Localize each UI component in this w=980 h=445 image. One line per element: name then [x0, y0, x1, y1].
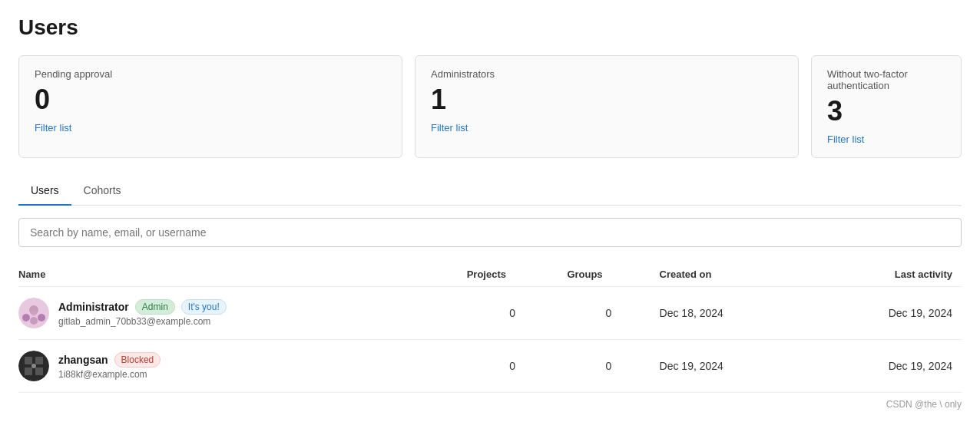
col-header-name: Name — [18, 262, 467, 287]
user-name: Administrator — [58, 301, 129, 313]
svg-point-3 — [38, 314, 45, 321]
user-created: Dec 18, 2024 — [660, 286, 811, 339]
stat-label-2fa: Without two-factor authentication — [827, 68, 945, 91]
svg-point-11 — [31, 364, 36, 368]
svg-point-4 — [30, 317, 38, 325]
stat-value-admins: 1 — [431, 84, 783, 115]
badge: It's you! — [181, 299, 227, 315]
col-header-created: Created on — [660, 262, 811, 287]
col-header-projects: Projects — [467, 262, 568, 287]
stat-value-pending: 0 — [35, 84, 386, 115]
badge: Blocked — [114, 352, 161, 368]
col-header-groups: Groups — [567, 262, 659, 287]
user-cell: Administrator AdminIt's you! gitlab_admi… — [18, 286, 467, 339]
tabs: Users Cohorts — [18, 176, 962, 206]
filter-link-admins[interactable]: Filter list — [431, 122, 468, 134]
user-info: Administrator AdminIt's you! gitlab_admi… — [58, 299, 227, 327]
svg-point-2 — [22, 314, 30, 321]
user-groups: 0 — [567, 339, 659, 392]
stat-card-admins: Administrators 1 Filter list — [415, 55, 799, 158]
tab-cohorts[interactable]: Cohorts — [71, 176, 134, 206]
user-created: Dec 19, 2024 — [660, 339, 811, 392]
stat-card-2fa: Without two-factor authentication 3 Filt… — [811, 55, 962, 158]
user-last-activity: Dec 19, 2024 — [810, 339, 962, 392]
stat-value-2fa: 3 — [827, 96, 945, 127]
col-header-activity: Last activity — [810, 262, 962, 287]
avatar — [18, 298, 49, 328]
user-info: zhangsan Blocked 1i88kf@example.com — [58, 352, 161, 380]
stat-label-pending: Pending approval — [35, 68, 386, 80]
svg-rect-8 — [35, 357, 43, 364]
user-email: gitlab_admin_70bb33@example.com — [58, 316, 227, 327]
svg-rect-9 — [25, 368, 32, 375]
page-title: Users — [18, 15, 962, 40]
badge: Admin — [135, 299, 175, 315]
watermark: CSDN @the \ only — [18, 393, 962, 410]
filter-link-pending[interactable]: Filter list — [35, 122, 71, 134]
svg-rect-7 — [25, 357, 32, 364]
tab-users[interactable]: Users — [18, 176, 71, 206]
filter-link-2fa[interactable]: Filter list — [827, 134, 864, 145]
table-row: Administrator AdminIt's you! gitlab_admi… — [18, 286, 962, 339]
search-input[interactable] — [18, 218, 962, 247]
user-name-row: Administrator AdminIt's you! — [58, 299, 227, 315]
user-projects: 0 — [467, 339, 568, 392]
user-last-activity: Dec 19, 2024 — [810, 286, 962, 339]
svg-rect-10 — [35, 368, 43, 375]
user-groups: 0 — [567, 286, 659, 339]
avatar — [18, 351, 49, 381]
user-email: 1i88kf@example.com — [58, 369, 161, 380]
table-row: zhangsan Blocked 1i88kf@example.com 0 0 … — [18, 339, 962, 392]
stat-card-pending: Pending approval 0 Filter list — [18, 55, 402, 158]
user-projects: 0 — [467, 286, 568, 339]
svg-point-5 — [31, 310, 37, 316]
user-name-row: zhangsan Blocked — [58, 352, 161, 368]
stats-row: Pending approval 0 Filter list Administr… — [18, 55, 962, 158]
user-name: zhangsan — [58, 354, 108, 366]
user-cell: zhangsan Blocked 1i88kf@example.com — [18, 339, 467, 392]
users-table: Name Projects Groups Created on Last act… — [18, 262, 962, 393]
stat-label-admins: Administrators — [431, 68, 783, 80]
